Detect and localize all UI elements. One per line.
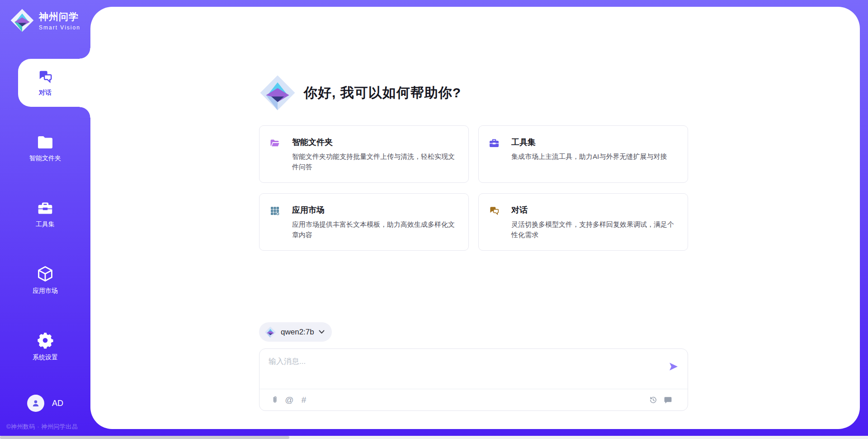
sidebar-item-chat[interactable]: 对话: [0, 59, 90, 107]
main-content-panel: 你好, 我可以如何帮助你? 智能文件夹 智能文件夹功能支持批量文件上传与清洗，轻…: [90, 7, 860, 429]
composer-toolbar: @ #: [259, 389, 688, 410]
folder-icon: [36, 135, 54, 150]
sidebar-item-settings[interactable]: 系统设置: [0, 322, 90, 370]
sidebar-item-label: 工具集: [36, 220, 55, 229]
sidebar: 神州问学 Smart Vision 对话 智能文件夹 工具集 应用市场: [0, 0, 90, 439]
person-icon: [31, 398, 41, 408]
briefcase-icon: [489, 137, 511, 150]
history-icon[interactable]: [647, 394, 660, 406]
send-icon: [668, 361, 679, 372]
greeting-text: 你好, 我可以如何帮助你?: [304, 84, 461, 102]
card-smart-folder[interactable]: 智能文件夹 智能文件夹功能支持批量文件上传与清洗，轻松实现文件问答: [259, 125, 469, 183]
sidebar-item-toolset[interactable]: 工具集: [0, 190, 90, 238]
card-title: 对话: [511, 205, 678, 218]
brand-diamond-icon: [259, 74, 296, 111]
gear-icon: [36, 331, 54, 349]
model-name: qwen2:7b: [281, 328, 314, 337]
model-selector[interactable]: qwen2:7b: [259, 322, 332, 342]
logo-diamond-icon: [10, 8, 34, 33]
horizontal-scrollbar-thumb[interactable]: [0, 436, 289, 439]
sidebar-item-smart-folder[interactable]: 智能文件夹: [0, 124, 90, 172]
message-composer: @ #: [259, 348, 688, 411]
avatar: [27, 395, 44, 412]
card-title: 智能文件夹: [292, 137, 458, 150]
brand-subtitle: Smart Vision: [39, 24, 80, 31]
send-button[interactable]: [668, 361, 679, 372]
bubble-fillet-top: [80, 48, 90, 59]
sidebar-item-label: 应用市场: [33, 287, 58, 295]
cube-icon: [36, 265, 54, 283]
card-title: 应用市场: [292, 205, 458, 218]
brand-name: 神州问学: [39, 10, 80, 23]
folder-open-icon: [269, 137, 292, 150]
attachment-icon[interactable]: [269, 394, 281, 406]
chat-bubble-icon[interactable]: [661, 394, 674, 406]
card-toolset[interactable]: 工具集 集成市场上主流工具，助力AI与外界无缝扩展与对接: [478, 125, 688, 183]
user-account[interactable]: AD: [0, 395, 90, 412]
sidebar-item-app-market[interactable]: 应用市场: [0, 256, 90, 304]
hashtag-icon[interactable]: #: [297, 394, 310, 406]
toolbox-icon: [36, 200, 54, 216]
message-input[interactable]: [269, 356, 657, 384]
card-title: 工具集: [511, 137, 678, 150]
card-chat[interactable]: 对话 灵活切换多模型文件，支持多样回复效果调试，满足个性化需求: [478, 193, 688, 251]
chat-icon: [37, 69, 53, 85]
user-name: AD: [52, 399, 63, 408]
mention-icon[interactable]: @: [283, 394, 296, 406]
card-description: 集成市场上主流工具，助力AI与外界无缝扩展与对接: [511, 151, 678, 182]
card-description: 应用市场提供丰富长文本模板，助力高效生成多样化文章内容: [292, 219, 458, 250]
sidebar-item-label: 对话: [39, 89, 52, 97]
feature-cards: 智能文件夹 智能文件夹功能支持批量文件上传与清洗，轻松实现文件问答 工具集 集成…: [259, 125, 688, 251]
card-description: 灵活切换多模型文件，支持多样回复效果调试，满足个性化需求: [511, 219, 678, 250]
chat-icon: [489, 205, 511, 218]
model-diamond-icon: [264, 326, 276, 338]
sidebar-item-label: 系统设置: [33, 353, 58, 362]
sidebar-item-label: 智能文件夹: [29, 154, 61, 162]
grid-icon: [269, 205, 292, 218]
horizontal-scrollbar: [0, 436, 868, 439]
card-app-market[interactable]: 应用市场 应用市场提供丰富长文本模板，助力高效生成多样化文章内容: [259, 193, 469, 251]
bubble-fillet-bottom: [80, 107, 90, 118]
greeting-row: 你好, 我可以如何帮助你?: [259, 74, 461, 112]
sidebar-footer-text: ©神州数码 · 神州问学出品: [6, 423, 78, 431]
chevron-down-icon: [319, 330, 325, 334]
card-description: 智能文件夹功能支持批量文件上传与清洗，轻松实现文件问答: [292, 151, 458, 182]
app-logo: 神州问学 Smart Vision: [10, 8, 80, 33]
